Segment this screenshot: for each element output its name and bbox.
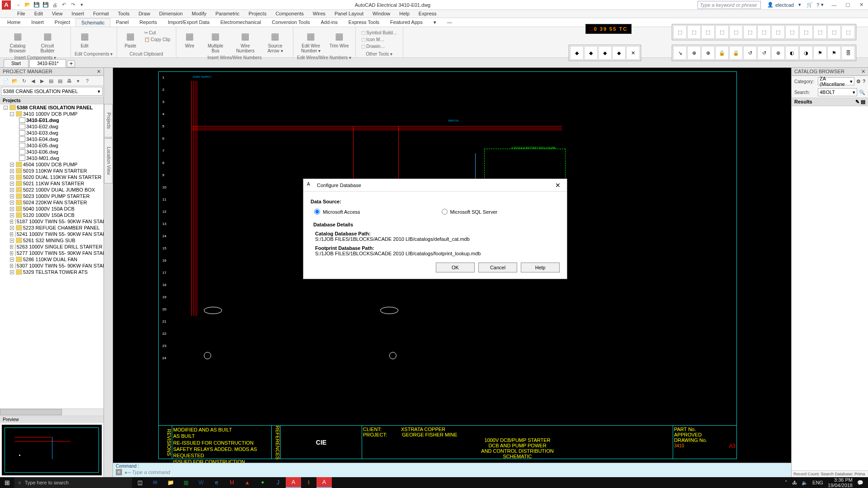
tray-clock[interactable]: 3:36 PM 19/04/2018 xyxy=(828,477,853,488)
side-tab-projects[interactable]: Projects xyxy=(104,104,113,137)
tool-icon[interactable]: ◆ xyxy=(584,46,598,60)
ribbon-control-icon[interactable]: ▾ xyxy=(428,18,442,27)
tool-icon[interactable]: ⬚ xyxy=(799,25,813,39)
cb-category-dropdown[interactable]: ZA (Miscellane▾ xyxy=(818,77,854,85)
pm-scrollbar-h[interactable] xyxy=(0,408,104,416)
ribbon-small-button[interactable] xyxy=(63,30,67,31)
tree-folder-item[interactable]: +5241 1000V TWIN 55- 90KW FAN STAR xyxy=(0,231,104,237)
tree-expander-icon[interactable]: + xyxy=(10,169,14,173)
tool-icon[interactable]: ◆ xyxy=(570,46,584,60)
tree-folder-item[interactable]: +5023 1000V PUMP STARTER xyxy=(0,193,104,199)
tree-expander-icon[interactable]: + xyxy=(10,220,13,224)
pm-more-icon[interactable]: ▾ xyxy=(74,77,82,85)
menu-file[interactable]: File xyxy=(13,10,30,18)
tree-file-item[interactable]: 3410-E03.dwg xyxy=(0,130,104,136)
doc-tab[interactable]: Start xyxy=(4,59,28,67)
pm-print-icon[interactable]: 🖶 xyxy=(65,77,73,85)
tree-expander-icon[interactable]: + xyxy=(10,270,14,274)
tb-autocad-icon[interactable]: A xyxy=(286,477,301,488)
panel-close-icon[interactable]: ✕ xyxy=(861,69,865,75)
side-tab-location[interactable]: Location View xyxy=(104,138,113,183)
cb-results-list[interactable] xyxy=(792,106,868,470)
tool-icon[interactable]: ↺ xyxy=(743,46,757,60)
tree-folder-item[interactable]: +5022 1000V DUAL JUMBO BOX xyxy=(0,187,104,193)
tool-icon[interactable]: ⬚ xyxy=(715,25,729,39)
pm-project-dropdown[interactable]: 5388 CRANE ISOLATION PANEL▾ xyxy=(1,87,103,96)
tree-expander-icon[interactable]: + xyxy=(10,226,14,230)
tool-icon[interactable]: 🔒 xyxy=(715,46,729,60)
float-toolbar-3[interactable]: ↘ ⊕ ⊕ 🔒 🔒 ↺ ↺ ⊕ ◐ ◑ ⚑ ⚑ 🗄 xyxy=(672,45,856,61)
menu-panel-layout[interactable]: Panel Layout xyxy=(330,10,368,18)
tree-folder-item[interactable]: +5263 1000V SINGLE DRILL STARTER xyxy=(0,244,104,250)
tb-outlook-icon[interactable]: ✉ xyxy=(147,477,163,488)
tool-icon[interactable]: ⬚ xyxy=(771,25,785,39)
tree-folder-item[interactable]: +5261 S32 MINING SUB xyxy=(0,237,104,244)
tree-expander-icon[interactable]: + xyxy=(10,239,14,243)
tray-lang[interactable]: ENG xyxy=(812,480,823,485)
tb-app-icon[interactable]: M xyxy=(224,477,240,488)
tool-icon[interactable]: ⚑ xyxy=(827,46,841,60)
ribbon-tab-express-tools[interactable]: Express Tools xyxy=(343,18,385,27)
tray-network-icon[interactable]: 🖧 xyxy=(792,480,797,485)
ribbon-button[interactable]: ▦Edit xyxy=(75,28,94,49)
dialog-titlebar[interactable]: A Configure Database ✕ xyxy=(303,179,567,192)
tb-edge-icon[interactable]: e xyxy=(209,477,224,488)
tree-file-item[interactable]: 3410-E04.dwg xyxy=(0,136,104,142)
ribbon-tab-project[interactable]: Project xyxy=(49,18,75,27)
tray-sound-icon[interactable]: 🔈 xyxy=(802,480,808,486)
ribbon-tab-electromechanical[interactable]: Electromechanical xyxy=(215,18,266,27)
help-search-input[interactable]: Type a keyword or phrase xyxy=(698,1,761,9)
tree-folder-item[interactable]: +4504 1000V DCB PUMP xyxy=(0,161,104,168)
tree-folder-item[interactable]: +5019 110KW FAN STARTER xyxy=(0,168,104,174)
ribbon-tab-featured-apps[interactable]: Featured Apps xyxy=(385,18,428,27)
dialog-close-button[interactable]: ✕ xyxy=(552,180,563,190)
pm-help-icon[interactable]: ? xyxy=(83,77,91,85)
close-button[interactable]: ✕ xyxy=(854,0,868,10)
tool-icon[interactable]: ⬚ xyxy=(813,25,827,39)
qat-more-icon[interactable]: ▾ xyxy=(78,1,86,9)
menu-window[interactable]: Window xyxy=(368,10,395,18)
tool-icon[interactable]: 🔒 xyxy=(729,46,743,60)
tool-icon[interactable]: ↘ xyxy=(673,46,687,60)
tree-folder-item[interactable]: +5040 1000V 150A DCB xyxy=(0,206,104,212)
cb-add-icon[interactable]: ▤ xyxy=(861,99,865,104)
ribbon-small-button[interactable]: ✂ Cut xyxy=(142,30,172,36)
float-toolbar-2[interactable]: ⬚ ⬚ ⬚ ⬚ ⬚ ⬚ ⬚ ⬚ ⬚ ⬚ ⬚ ⬚ ⬚ xyxy=(672,24,856,40)
tool-icon[interactable]: ↺ xyxy=(757,46,771,60)
tree-file-item[interactable]: 3410-M01.dwg xyxy=(0,155,104,161)
ribbon-button[interactable]: ▦Catalog Browser xyxy=(4,28,32,54)
tree-file-item[interactable]: 3410-E06.dwg xyxy=(0,149,104,155)
ribbon-tab-add-ins[interactable]: Add-ins xyxy=(316,18,343,27)
qat-new-icon[interactable]: ▫ xyxy=(14,1,23,9)
ribbon-tab-reports[interactable]: Reports xyxy=(134,18,163,27)
help-button[interactable]: Help xyxy=(521,263,560,272)
command-input[interactable]: ▸‒ Type a command xyxy=(125,469,170,475)
tool-icon[interactable]: ✕ xyxy=(626,46,640,60)
tree-folder-item[interactable]: -5388 CRANE ISOLATION PANEL xyxy=(0,104,104,111)
panel-close-icon[interactable]: ✕ xyxy=(97,69,101,75)
ribbon-small-button[interactable]: 📋 Copy Clip xyxy=(142,37,172,42)
menu-format[interactable]: Format xyxy=(89,10,113,18)
radio-ms-sqlserver[interactable]: Microsoft SQL Server xyxy=(442,209,498,215)
tree-expander-icon[interactable]: + xyxy=(10,201,14,205)
ribbon-tab-insert[interactable]: Insert xyxy=(26,18,49,27)
tree-expander-icon[interactable]: + xyxy=(10,264,13,268)
menu-components[interactable]: Components xyxy=(271,10,308,18)
tree-file-item[interactable]: 3410-E01.dwg xyxy=(0,117,104,123)
minimize-button[interactable]: — xyxy=(827,0,841,10)
tool-icon[interactable]: ⊕ xyxy=(687,46,701,60)
ribbon-small-button[interactable]: ⬚ Drawin… xyxy=(359,43,399,49)
ribbon-button[interactable]: ▦Paste xyxy=(121,28,141,49)
ribbon-tab-panel[interactable]: Panel xyxy=(110,18,134,27)
tree-expander-icon[interactable]: + xyxy=(10,245,13,249)
tree-folder-item[interactable]: +5286 110KW DUAL FAN xyxy=(0,256,104,263)
pm-next-icon[interactable]: ▶ xyxy=(38,77,46,85)
qat-undo-icon[interactable]: ↶ xyxy=(60,1,68,9)
cb-gear-icon[interactable]: ⚙ xyxy=(856,79,861,84)
tool-icon[interactable]: 🗄 xyxy=(841,46,855,60)
pm-tool-icon[interactable]: ▤ xyxy=(47,77,55,85)
tool-icon[interactable]: ⊕ xyxy=(701,46,715,60)
cb-help-icon[interactable]: ? xyxy=(863,79,865,84)
tree-expander-icon[interactable]: + xyxy=(10,213,14,217)
tool-icon[interactable]: ⬚ xyxy=(757,25,771,39)
